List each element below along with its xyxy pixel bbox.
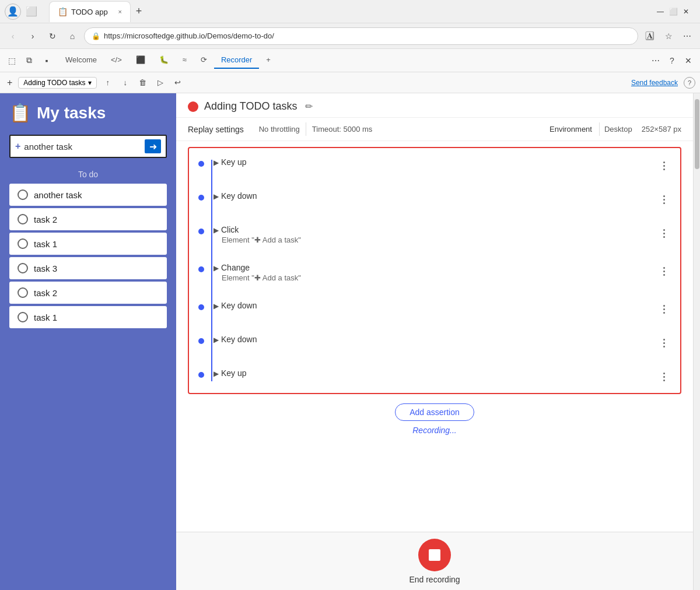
- recorder-move-down-button[interactable]: ↓: [118, 75, 133, 90]
- step-expand-arrow[interactable]: ▶: [214, 159, 219, 167]
- add-task-submit-button[interactable]: ➜: [145, 139, 161, 153]
- end-recording-button[interactable]: [418, 539, 451, 571]
- recorder-play-button[interactable]: ▷: [153, 75, 168, 90]
- recorder-edit-icon[interactable]: ✏: [305, 101, 313, 112]
- replay-settings-left: Replay settings No throttling Timeout: 5…: [188, 122, 378, 136]
- step-label: Key down: [221, 301, 257, 310]
- task-list: another task task 2 task 1 task 3 task 2: [9, 184, 167, 328]
- devtools-more-button[interactable]: ▪: [40, 54, 54, 68]
- tab-sources[interactable]: </>: [104, 52, 129, 69]
- step-expand-arrow[interactable]: ▶: [214, 370, 219, 378]
- devtools-options-button[interactable]: ⋯: [649, 54, 663, 68]
- scrollbar[interactable]: [693, 93, 700, 590]
- task-checkbox[interactable]: [18, 238, 28, 249]
- task-checkbox[interactable]: [18, 263, 28, 273]
- inspect-element-button[interactable]: ⬚: [5, 54, 19, 68]
- tab-application[interactable]: ⟳: [194, 52, 214, 69]
- nav-right-icons: 𝐀⃣ ☆ ⋯: [642, 28, 695, 44]
- step-expandable: ▶ Change: [214, 263, 648, 272]
- step-expand-arrow[interactable]: ▶: [214, 226, 219, 234]
- add-task-row[interactable]: + ➜: [9, 135, 167, 158]
- tab-recorder[interactable]: Recorder: [214, 52, 259, 69]
- add-assertion-row: Add assertion: [188, 394, 681, 426]
- recording-indicator-dot: [188, 101, 198, 112]
- app-title-text: My tasks: [37, 104, 106, 122]
- recorder-delete-button[interactable]: 🗑: [135, 75, 150, 90]
- tab-network[interactable]: 🐛: [152, 52, 176, 69]
- recorder-help-button[interactable]: ?: [684, 77, 695, 89]
- tab-elements[interactable]: ⬛: [129, 52, 152, 69]
- step-more-button[interactable]: [657, 302, 671, 316]
- step-dot: [198, 372, 204, 378]
- step-more-button[interactable]: [657, 264, 671, 278]
- close-window-button[interactable]: ✕: [681, 7, 691, 16]
- recorder-selector-dropdown[interactable]: Adding TODO tasks ▾: [18, 77, 96, 89]
- step-more-button[interactable]: [657, 370, 671, 384]
- task-item[interactable]: another task: [9, 184, 167, 206]
- task-item[interactable]: task 1: [9, 233, 167, 255]
- favorite-button[interactable]: ☆: [660, 28, 677, 44]
- step-more-button[interactable]: [657, 226, 671, 240]
- app-title-icon: 📋: [9, 103, 31, 123]
- forward-button[interactable]: ›: [24, 28, 41, 44]
- send-feedback-link[interactable]: Send feedback: [631, 79, 678, 87]
- replay-throttle-value: No throttling: [253, 122, 306, 136]
- address-bar[interactable]: 🔒 https://microsoftedge.github.io/Demos/…: [84, 27, 638, 45]
- step-content: ▶ Key up: [214, 157, 648, 167]
- responsive-design-button[interactable]: ⧉: [22, 54, 36, 68]
- step-more-button[interactable]: [657, 159, 671, 173]
- task-item[interactable]: task 2: [9, 282, 167, 304]
- task-checkbox[interactable]: [18, 189, 28, 200]
- devtools-help-button[interactable]: ?: [665, 54, 679, 68]
- tab-performance[interactable]: ≈: [176, 52, 194, 69]
- add-task-input[interactable]: [24, 142, 145, 152]
- maximize-button[interactable]: ⬜: [668, 7, 678, 16]
- step-expand-arrow[interactable]: ▶: [214, 264, 219, 272]
- step-expandable: ▶ Click: [214, 225, 648, 234]
- task-item[interactable]: task 1: [9, 306, 167, 328]
- step-expandable: ▶ Key down: [214, 301, 648, 310]
- active-tab[interactable]: 📋 TODO app ×: [49, 1, 131, 22]
- tab-title: TODO app: [71, 8, 108, 16]
- recorder-redo-button[interactable]: ↩: [170, 75, 186, 90]
- step-expand-arrow[interactable]: ▶: [214, 336, 219, 344]
- task-checkbox[interactable]: [18, 312, 28, 322]
- recorder-move-up-button[interactable]: ↑: [100, 75, 116, 90]
- profile-icon[interactable]: 👤: [5, 3, 21, 20]
- step-expand-arrow[interactable]: ▶: [214, 302, 219, 310]
- task-item[interactable]: task 2: [9, 208, 167, 230]
- step-expandable: ▶ Key down: [214, 191, 648, 201]
- scrollbar-thumb[interactable]: [695, 99, 699, 169]
- minimize-button[interactable]: —: [656, 7, 665, 16]
- step-content: ▶ Key down: [214, 335, 648, 344]
- url-text: https://microsoftedge.github.io/Demos/de…: [104, 31, 274, 40]
- replay-env-section: Environment Desktop 252×587 px: [550, 122, 681, 136]
- step-dot: [198, 266, 204, 272]
- task-item[interactable]: task 3: [9, 257, 167, 279]
- back-button[interactable]: ‹: [5, 28, 21, 44]
- step-row: ▶ Key down: [198, 335, 671, 350]
- home-button[interactable]: ⌂: [64, 28, 80, 44]
- sidebar-toggle-icon[interactable]: ⬜: [23, 3, 40, 20]
- devtools-close-button[interactable]: ✕: [681, 54, 695, 68]
- step-label: Click: [221, 225, 239, 234]
- step-row: ▶ Change Element "✚ Add a task": [198, 263, 671, 282]
- step-more-button[interactable]: [657, 192, 671, 206]
- new-tab-button[interactable]: +: [131, 3, 147, 20]
- step-more-button[interactable]: [657, 336, 671, 350]
- task-checkbox[interactable]: [18, 287, 28, 298]
- more-actions-button[interactable]: ⋯: [679, 28, 695, 44]
- stop-icon: [429, 549, 440, 561]
- recorder-action-buttons: ↑ ↓ 🗑 ▷ ↩: [100, 75, 186, 90]
- refresh-button[interactable]: ↻: [44, 28, 61, 44]
- recorder-add-button[interactable]: +: [5, 76, 15, 89]
- tab-add[interactable]: +: [259, 52, 278, 69]
- step-expand-arrow[interactable]: ▶: [214, 192, 219, 201]
- reader-mode-button[interactable]: 𝐀⃣: [642, 28, 658, 44]
- add-assertion-button[interactable]: Add assertion: [395, 403, 474, 421]
- tab-close-button[interactable]: ×: [118, 8, 122, 15]
- recorder-selector-label: Adding TODO tasks: [23, 79, 85, 87]
- task-checkbox[interactable]: [18, 214, 28, 224]
- end-recording-label: End recording: [409, 575, 460, 584]
- tab-welcome[interactable]: Welcome: [58, 52, 104, 69]
